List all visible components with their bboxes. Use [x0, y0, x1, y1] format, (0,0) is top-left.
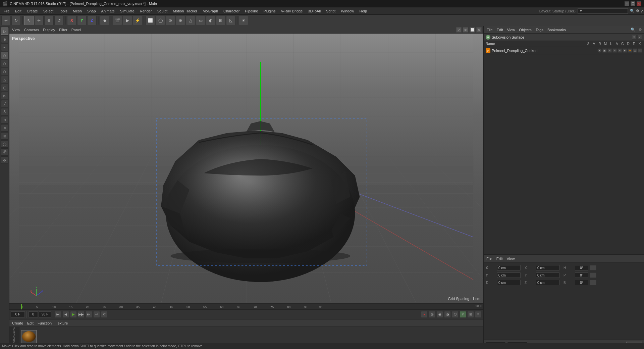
left-tool-6[interactable]: △: [1, 76, 8, 83]
material-menu-create[interactable]: Create: [11, 321, 24, 325]
material-menu-texture[interactable]: Texture: [54, 321, 69, 325]
undo-button[interactable]: ↩: [1, 16, 11, 25]
menu-script[interactable]: Script: [324, 8, 338, 14]
search-icon[interactable]: 🔍: [630, 9, 635, 13]
left-tool-4[interactable]: ⬡: [1, 60, 8, 67]
help-icon-right[interactable]: ?: [641, 9, 643, 13]
display-disc[interactable]: ◐: [206, 16, 215, 25]
display-pyramid[interactable]: ◺: [226, 16, 235, 25]
obj-ico-d[interactable]: ◎: [633, 48, 637, 53]
x-pos-input[interactable]: [497, 265, 521, 270]
menu-pipeline[interactable]: Pipeline: [243, 8, 260, 14]
y-pos-input[interactable]: [497, 272, 521, 278]
x-axis-btn[interactable]: X: [67, 16, 76, 25]
obj-search-icon[interactable]: 🔍: [631, 28, 635, 32]
minimize-button[interactable]: −: [625, 1, 629, 6]
menu-sculpt[interactable]: Sculpt: [155, 8, 170, 14]
z-pos-input[interactable]: [497, 280, 521, 285]
vp-ctrl-zoom[interactable]: ⊕: [463, 27, 468, 33]
left-tool-10[interactable]: S: [1, 108, 8, 115]
b-input[interactable]: [575, 280, 588, 285]
z-pos-input-2[interactable]: [536, 280, 559, 285]
display-plane[interactable]: ▭: [196, 16, 205, 25]
vp-ctrl-maximize[interactable]: ⬜: [470, 27, 475, 33]
vp-menu-filter[interactable]: Filter: [58, 28, 68, 32]
display-cube[interactable]: ⬜: [146, 16, 155, 25]
go-to-start-button[interactable]: ⏮: [55, 311, 61, 318]
record-btn[interactable]: ●: [421, 311, 428, 318]
obj-menu-bookmarks[interactable]: Bookmarks: [546, 28, 567, 32]
obj-ico-r[interactable]: ≡: [607, 48, 612, 53]
menu-simulate[interactable]: Simulate: [118, 8, 137, 14]
obj-menu-edit[interactable]: Edit: [496, 28, 504, 32]
menu-mograph[interactable]: MoGraph: [200, 8, 220, 14]
step-forward-button[interactable]: ▶▶: [78, 311, 85, 318]
layout-selector[interactable]: ▼: [578, 8, 628, 14]
obj-ico-g[interactable]: ⚑: [628, 48, 632, 53]
list-btn[interactable]: ≡: [475, 311, 482, 318]
obj-ico-s[interactable]: ●: [597, 48, 602, 53]
menu-character[interactable]: Character: [221, 8, 242, 14]
left-tool-13[interactable]: ⊞: [1, 132, 8, 140]
left-tool-16[interactable]: ⚙: [1, 156, 8, 164]
menu-edit[interactable]: Edit: [13, 8, 24, 14]
vp-menu-display[interactable]: Display: [42, 28, 56, 32]
vp-ctrl-close[interactable]: ✕: [476, 27, 482, 33]
obj-settings-icon[interactable]: ⚙: [639, 28, 642, 32]
left-tool-1[interactable]: ⊕: [1, 36, 8, 43]
menu-render[interactable]: Render: [138, 8, 154, 14]
motion-record-btn[interactable]: ◎: [429, 311, 435, 318]
h-input[interactable]: [575, 265, 588, 270]
object-item-pelmeni[interactable]: ▷ Pelmeni_Dumpling_Cooked ● ▣ ≡ ≡ ≡ ▶ ⚑ …: [484, 47, 644, 54]
p-drag-handle[interactable]: [590, 272, 596, 278]
light-btn[interactable]: ☀: [239, 16, 248, 25]
current-frame-input[interactable]: [11, 311, 25, 317]
display-cone[interactable]: △: [186, 16, 195, 25]
scale-tool[interactable]: ⊕: [44, 16, 54, 25]
obj-ico-l[interactable]: ≡: [618, 48, 622, 53]
motion-2-btn[interactable]: ◑: [444, 311, 451, 318]
subdiv-edit-btn[interactable]: ✏: [632, 35, 637, 40]
left-tool-7[interactable]: ▢: [1, 84, 8, 91]
object-mode[interactable]: ◆: [100, 16, 109, 25]
render-region[interactable]: 🎬: [113, 16, 122, 25]
autokey-button[interactable]: ↺: [101, 311, 108, 318]
loop-button[interactable]: ↩: [93, 311, 100, 318]
display-sphere[interactable]: ◯: [156, 16, 165, 25]
vp-menu-view[interactable]: View: [11, 28, 21, 32]
go-to-end-button[interactable]: ⏭: [86, 311, 92, 318]
y-pos-input-2[interactable]: [536, 272, 559, 278]
subdiv-check-btn[interactable]: ✓: [637, 35, 642, 40]
menu-animate[interactable]: Animate: [99, 8, 117, 14]
obj-ico-x[interactable]: ✕: [638, 48, 642, 53]
attr-menu-file[interactable]: File: [485, 257, 494, 261]
left-tool-5[interactable]: ⬡: [1, 68, 8, 75]
vp-menu-cameras[interactable]: Cameras: [23, 28, 41, 32]
select-tool[interactable]: ↖: [24, 16, 34, 25]
obj-menu-tags[interactable]: Tags: [535, 28, 544, 32]
restore-button[interactable]: ❐: [631, 1, 635, 6]
obj-ico-v[interactable]: ▣: [602, 48, 607, 53]
timeline-ruler[interactable]: 0 5 10 15 20 25 30 35 40 45 50 55 60 65 …: [9, 303, 483, 309]
material-menu-edit[interactable]: Edit: [26, 321, 35, 325]
left-tool-14[interactable]: ◯: [1, 140, 8, 148]
vp-ctrl-move[interactable]: ⤢: [456, 27, 462, 33]
y-axis-btn[interactable]: Y: [77, 16, 87, 25]
menu-mesh[interactable]: Mesh: [70, 8, 84, 14]
grid-btn[interactable]: ⊞: [467, 311, 474, 318]
menu-3dtoall[interactable]: 3DToAll: [306, 8, 323, 14]
left-tool-8[interactable]: ▷: [1, 92, 8, 99]
vp-menu-panel[interactable]: Panel: [70, 28, 82, 32]
menu-motiontracker[interactable]: Motion Tracker: [170, 8, 200, 14]
obj-ico-m[interactable]: ≡: [612, 48, 617, 53]
menu-file[interactable]: File: [1, 8, 12, 14]
rotate-tool[interactable]: ↺: [54, 16, 64, 25]
obj-ico-a[interactable]: ▶: [623, 48, 627, 53]
left-tool-2[interactable]: ≡: [1, 44, 8, 51]
left-tool-9[interactable]: ╱: [1, 100, 8, 107]
display-torus[interactable]: ⊙: [166, 16, 175, 25]
redo-button[interactable]: ↻: [11, 16, 21, 25]
menu-tools[interactable]: Tools: [56, 8, 70, 14]
left-tool-3[interactable]: ⬡: [1, 52, 8, 59]
3d-viewport[interactable]: Perspective Grid Spacing : 1 cm X Z Y: [9, 34, 483, 303]
